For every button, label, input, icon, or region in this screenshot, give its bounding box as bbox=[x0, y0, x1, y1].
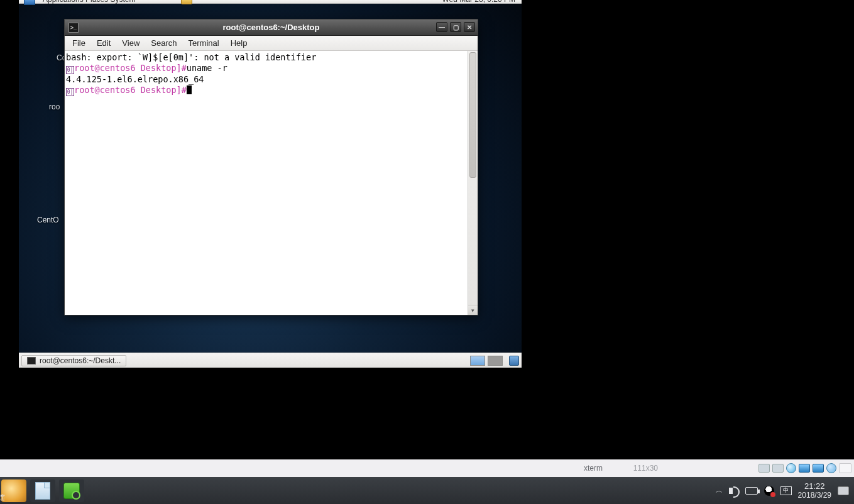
text-cursor bbox=[187, 85, 192, 94]
gnome-top-panel: Applications Places System Wed Mar 28, 0… bbox=[19, 0, 522, 4]
terminal-line: bash: export: `W]$[e[0m]': not a valid i… bbox=[66, 52, 316, 62]
workspace-switcher-2[interactable] bbox=[488, 356, 503, 366]
close-button[interactable]: ✕ bbox=[464, 22, 475, 32]
maximize-button[interactable]: ▢ bbox=[450, 22, 461, 32]
volume-icon[interactable] bbox=[729, 486, 739, 495]
gnome-clock: Wed Mar 28, 0:20 PM bbox=[442, 0, 516, 4]
tray-date: 2018/3/29 bbox=[798, 491, 831, 500]
menu-help[interactable]: Help bbox=[226, 37, 253, 49]
shell-prompt: root@centos6 Desktop]# bbox=[74, 85, 187, 95]
xterm-label: xterm bbox=[584, 464, 603, 473]
scrollbar-thumb[interactable] bbox=[469, 52, 476, 178]
scroll-down-icon[interactable]: ▾ bbox=[468, 305, 478, 315]
terminal-line: 4.4.125-1.el6.elrepo.x86_64 bbox=[66, 74, 204, 84]
disk-icon[interactable] bbox=[772, 464, 784, 473]
taskbar-item-label: root@centos6:~/Deskt... bbox=[40, 356, 121, 365]
workspace-switcher-1[interactable] bbox=[470, 356, 485, 366]
minimize-button[interactable]: — bbox=[436, 22, 447, 32]
tray-chevron-up-icon[interactable]: ︿ bbox=[716, 486, 723, 495]
terminal-icon bbox=[27, 357, 36, 364]
system-tray: ︿ 中 21:22 2018/3/29 bbox=[716, 482, 854, 500]
taskbar-pinned-app[interactable] bbox=[30, 479, 55, 502]
taskbar-pinned-app[interactable] bbox=[59, 479, 84, 502]
terminal-scrollbar[interactable]: ▾ bbox=[468, 51, 478, 315]
places-folder-icon[interactable] bbox=[181, 0, 192, 4]
terminal-window: >_ root@centos6:~/Desktop — ▢ ✕ File Edi… bbox=[64, 19, 478, 315]
network-icon[interactable] bbox=[813, 464, 824, 473]
terminal-body: bash: export: `W]$[e[0m]': not a valid i… bbox=[65, 51, 478, 315]
vm-desktop: Applications Places System Wed Mar 28, 0… bbox=[19, 0, 522, 368]
prompt-glyph-icon: 0| bbox=[66, 88, 74, 96]
window-title: root@centos6:~/Desktop bbox=[65, 23, 478, 32]
desktop-icon-label[interactable]: CentO bbox=[37, 216, 59, 224]
connection-status-label: 未连 bbox=[0, 493, 5, 502]
gnome-bottom-panel: root@centos6:~/Deskt... bbox=[19, 353, 522, 368]
audio-icon[interactable] bbox=[826, 463, 836, 473]
terminal-text-area[interactable]: bash: export: `W]$[e[0m]': not a valid i… bbox=[65, 51, 468, 315]
globe-icon[interactable] bbox=[786, 463, 796, 473]
action-center-icon[interactable] bbox=[838, 486, 849, 495]
menu-file[interactable]: File bbox=[67, 37, 90, 49]
shell-command: uname -r bbox=[187, 63, 227, 73]
terminal-menubar: File Edit View Search Terminal Help bbox=[65, 36, 478, 51]
menu-view[interactable]: View bbox=[117, 37, 145, 49]
disk-icon[interactable] bbox=[758, 464, 770, 473]
document-icon bbox=[35, 482, 50, 500]
taskbar-item-terminal[interactable]: root@centos6:~/Deskt... bbox=[21, 355, 126, 366]
qq-tray-icon[interactable] bbox=[764, 486, 774, 496]
menu-search[interactable]: Search bbox=[146, 37, 182, 49]
terminal-icon: >_ bbox=[68, 23, 79, 33]
host-taskbar: 未连 ︿ 中 21:22 2018/3/29 bbox=[0, 477, 854, 504]
shell-prompt: root@centos6 Desktop]# bbox=[74, 63, 187, 73]
window-titlebar[interactable]: >_ root@centos6:~/Desktop — ▢ ✕ bbox=[65, 19, 478, 36]
gnome-top-menu-labels[interactable]: Applications Places System bbox=[43, 0, 135, 4]
app-icon bbox=[63, 483, 80, 499]
host-status-strip: xterm 111x30 bbox=[0, 459, 854, 477]
applications-menu-icon[interactable] bbox=[24, 0, 35, 5]
desktop-icon-label[interactable]: roo bbox=[49, 102, 60, 111]
menu-terminal[interactable]: Terminal bbox=[183, 37, 224, 49]
network-icon[interactable] bbox=[799, 464, 810, 473]
menu-edit[interactable]: Edit bbox=[92, 37, 116, 49]
tray-clock[interactable]: 21:22 2018/3/29 bbox=[798, 482, 831, 500]
start-button[interactable] bbox=[1, 479, 26, 502]
term-dimensions-label: 111x30 bbox=[633, 464, 658, 473]
prompt-glyph-icon: 0| bbox=[66, 66, 74, 74]
tray-time: 21:22 bbox=[798, 482, 831, 491]
notification-icon[interactable] bbox=[839, 463, 851, 473]
battery-icon[interactable] bbox=[745, 487, 758, 495]
ime-indicator[interactable]: 中 bbox=[780, 486, 792, 495]
trash-icon[interactable] bbox=[509, 356, 519, 366]
